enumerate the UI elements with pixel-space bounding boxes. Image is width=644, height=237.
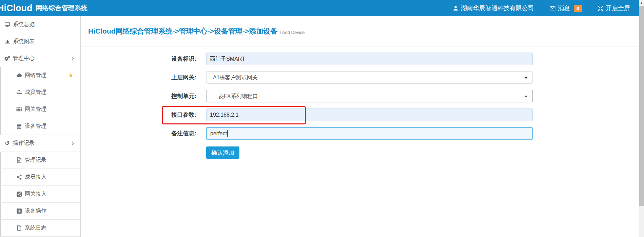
- history-icon: ↺: [4, 140, 10, 146]
- grid-icon: [16, 106, 22, 112]
- sidebar-item-label: 成员管理: [25, 89, 46, 96]
- fullscreen-label: 开启全屏: [606, 4, 630, 12]
- sidebar-item-label: 管理记录: [25, 157, 46, 164]
- top-navbar: HiCloud 网络综合管理系统 湖南华辰智通科技有限公司 消息 0: [0, 0, 639, 16]
- upper-gateway-select[interactable]: A1栋客户测试网关: [206, 71, 533, 84]
- envelope-icon: [550, 5, 555, 11]
- company-name: 湖南华辰智通科技有限公司: [461, 4, 534, 12]
- remarks-value: perfect: [210, 131, 227, 136]
- sidebar-item-label: 设备管理: [25, 123, 46, 130]
- device-id-label: 设备标识:: [136, 53, 196, 65]
- upper-gateway-label: 上层网关:: [136, 71, 196, 84]
- messages-label: 消息: [558, 4, 570, 12]
- page-scrollbar[interactable]: ▲: [639, 0, 644, 237]
- sidebar-item-admin-records[interactable]: 管理记录: [0, 152, 80, 169]
- share-icon: [16, 174, 22, 180]
- fullscreen-icon: [598, 5, 603, 11]
- calendar-icon: [16, 123, 22, 129]
- sitemap-icon: [16, 90, 22, 95]
- plus-square-icon: [16, 208, 22, 214]
- device-id-input[interactable]: 西门子SMART: [206, 53, 533, 65]
- remarks-input[interactable]: perfect: [206, 127, 533, 140]
- sidebar-item-label: 系统总览: [13, 21, 35, 28]
- breadcrumb-suffix: / Add Device: [280, 30, 305, 35]
- company-account[interactable]: 湖南华辰智通科技有限公司: [453, 4, 534, 12]
- desktop-icon: [4, 22, 10, 27]
- sidebar-item-system-overview[interactable]: 系统总览: [0, 16, 80, 33]
- chevron-right-icon: [70, 57, 74, 60]
- chevron-down-icon: [524, 77, 528, 79]
- breadcrumb: HiCloud网络综合管理系统->管理中心->设备管理->添加设备: [88, 26, 277, 36]
- sidebar-item-label: 管理中心: [13, 55, 35, 62]
- sidebar-nav: 系统总览 系统图表 管理中心 网络管理 ★ 成员管理: [0, 16, 81, 237]
- sidebar-item-member-access[interactable]: 成员接入: [0, 169, 80, 186]
- interface-params-label: 接口参数:: [136, 108, 196, 121]
- file-icon: [16, 225, 22, 231]
- sidebar-item-system-logs[interactable]: 系统日志: [0, 220, 80, 237]
- sidebar-item-label: 系统图表: [13, 38, 35, 45]
- sidebar-item-member-management[interactable]: 成员管理: [0, 84, 80, 101]
- scrollbar-up-arrow-icon[interactable]: ▲: [639, 0, 644, 6]
- chevron-right-icon: [70, 141, 74, 145]
- interface-params-value: 192.168.2.1: [210, 112, 239, 118]
- favorite-star-icon[interactable]: ★: [68, 72, 74, 79]
- control-unit-label: 控制单元:: [136, 90, 196, 102]
- brand-logo: HiCloud: [0, 3, 32, 14]
- sidebar-item-admin-center[interactable]: 管理中心: [0, 50, 80, 67]
- scrollbar-thumb[interactable]: [639, 6, 644, 206]
- file-text-icon: [16, 157, 22, 163]
- text-cursor: [227, 130, 228, 137]
- sidebar-item-device-operations[interactable]: 设备操作: [0, 203, 80, 220]
- breadcrumb-bar: HiCloud网络综合管理系统->管理中心->设备管理->添加设备 / Add …: [81, 16, 639, 46]
- sidebar-item-gateway-management[interactable]: 网关管理: [0, 101, 80, 118]
- brand-subtitle: 网络综合管理系统: [36, 4, 87, 13]
- device-id-value: 西门子SMART: [210, 56, 245, 62]
- share-square-icon: [16, 191, 22, 197]
- gears-icon: [4, 56, 10, 61]
- topbar-right-section: 湖南华辰智通科技有限公司 消息 0 开启全屏: [453, 4, 630, 12]
- sidebar-item-device-management[interactable]: 设备管理: [0, 118, 80, 135]
- cloud-icon: [16, 73, 22, 78]
- sidebar-item-network-management[interactable]: 网络管理 ★: [0, 67, 80, 84]
- messages-count-badge: 0: [574, 5, 582, 12]
- remarks-label: 备注信息:: [136, 127, 196, 140]
- control-unit-select[interactable]: 三菱FX系列编程口: [206, 90, 533, 102]
- messages-menu[interactable]: 消息 0: [550, 4, 582, 12]
- main-content: HiCloud网络综合管理系统->管理中心->设备管理->添加设备 / Add …: [81, 16, 639, 237]
- sidebar-item-label: 系统日志: [25, 224, 46, 232]
- chevron-down-icon: [525, 96, 527, 97]
- sidebar-item-system-charts[interactable]: 系统图表: [0, 33, 80, 50]
- interface-params-input[interactable]: 192.168.2.1: [206, 108, 533, 121]
- sidebar-item-label: 设备操作: [25, 208, 46, 215]
- bar-chart-icon: [4, 39, 10, 44]
- fullscreen-toggle[interactable]: 开启全屏: [598, 4, 630, 12]
- sidebar-item-label: 网络管理: [25, 72, 46, 79]
- sidebar-item-label: 操作记录: [13, 140, 35, 147]
- sidebar-item-gateway-access[interactable]: 网关接入: [0, 186, 80, 203]
- upper-gateway-value: A1栋客户测试网关: [213, 75, 258, 80]
- sidebar-item-operation-records[interactable]: ↺ 操作记录: [0, 135, 80, 152]
- sidebar-item-label: 网关接入: [25, 191, 46, 198]
- control-unit-value: 三菱FX系列编程口: [213, 93, 258, 99]
- user-icon: [453, 5, 458, 11]
- confirm-add-button[interactable]: 确认添加: [206, 146, 239, 159]
- sidebar-item-label: 成员接入: [25, 174, 46, 181]
- sidebar-item-label: 网关管理: [25, 106, 46, 113]
